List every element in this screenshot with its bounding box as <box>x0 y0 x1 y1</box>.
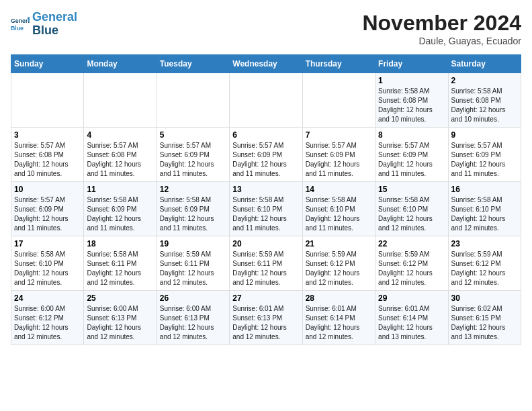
day-number: 29 <box>378 293 445 303</box>
day-info: Sunrise: 5:57 AM Sunset: 6:09 PM Dayligh… <box>14 195 81 233</box>
logo-text: GeneralBlue <box>32 11 77 38</box>
day-info: Sunrise: 6:01 AM Sunset: 6:14 PM Dayligh… <box>378 304 445 342</box>
day-info: Sunrise: 5:59 AM Sunset: 6:12 PM Dayligh… <box>451 250 518 287</box>
calendar-cell: 1Sunrise: 5:58 AM Sunset: 6:08 PM Daylig… <box>375 73 448 128</box>
day-info: Sunrise: 5:57 AM Sunset: 6:09 PM Dayligh… <box>306 141 372 179</box>
day-number: 10 <box>14 185 81 194</box>
day-info: Sunrise: 5:59 AM Sunset: 6:11 PM Dayligh… <box>160 250 226 287</box>
calendar-table: SundayMondayTuesdayWednesdayThursdayFrid… <box>11 54 521 345</box>
day-number: 3 <box>14 130 81 140</box>
month-title: November 2024 <box>362 11 521 36</box>
weekday-header-friday: Friday <box>375 55 448 73</box>
day-number: 15 <box>378 185 445 194</box>
day-number: 16 <box>451 185 518 194</box>
calendar-cell <box>157 73 229 128</box>
day-number: 26 <box>160 293 226 303</box>
svg-text:General: General <box>11 17 30 24</box>
weekday-header-row: SundayMondayTuesdayWednesdayThursdayFrid… <box>11 55 521 73</box>
calendar-cell: 14Sunrise: 5:58 AM Sunset: 6:10 PM Dayli… <box>302 182 375 236</box>
day-info: Sunrise: 5:58 AM Sunset: 6:09 PM Dayligh… <box>160 195 226 233</box>
calendar-cell: 15Sunrise: 5:58 AM Sunset: 6:10 PM Dayli… <box>375 182 448 236</box>
location-subtitle: Daule, Guayas, Ecuador <box>362 36 521 46</box>
calendar-cell: 5Sunrise: 5:57 AM Sunset: 6:09 PM Daylig… <box>157 128 229 182</box>
day-info: Sunrise: 5:59 AM Sunset: 6:11 PM Dayligh… <box>232 250 299 287</box>
calendar-cell: 23Sunrise: 5:59 AM Sunset: 6:12 PM Dayli… <box>448 236 521 291</box>
day-info: Sunrise: 5:58 AM Sunset: 6:10 PM Dayligh… <box>14 250 81 287</box>
weekday-header-wednesday: Wednesday <box>230 55 302 73</box>
calendar-week-row: 3Sunrise: 5:57 AM Sunset: 6:08 PM Daylig… <box>11 128 521 182</box>
calendar-body: 1Sunrise: 5:58 AM Sunset: 6:08 PM Daylig… <box>11 73 521 345</box>
day-number: 30 <box>451 293 518 303</box>
title-area: November 2024 Daule, Guayas, Ecuador <box>362 11 521 46</box>
day-number: 27 <box>232 293 299 303</box>
calendar-cell <box>84 73 157 128</box>
day-number: 4 <box>87 130 153 140</box>
day-info: Sunrise: 5:57 AM Sunset: 6:09 PM Dayligh… <box>232 141 299 179</box>
day-number: 17 <box>14 239 81 248</box>
weekday-header-thursday: Thursday <box>302 55 375 73</box>
calendar-cell: 8Sunrise: 5:57 AM Sunset: 6:09 PM Daylig… <box>375 128 448 182</box>
day-info: Sunrise: 6:01 AM Sunset: 6:13 PM Dayligh… <box>232 304 299 342</box>
day-number: 23 <box>451 239 518 248</box>
calendar-week-row: 10Sunrise: 5:57 AM Sunset: 6:09 PM Dayli… <box>11 182 521 236</box>
calendar-cell: 24Sunrise: 6:00 AM Sunset: 6:12 PM Dayli… <box>11 291 84 345</box>
day-info: Sunrise: 5:57 AM Sunset: 6:08 PM Dayligh… <box>14 141 81 179</box>
day-number: 13 <box>232 185 299 194</box>
calendar-cell: 27Sunrise: 6:01 AM Sunset: 6:13 PM Dayli… <box>230 291 302 345</box>
day-number: 24 <box>14 293 81 303</box>
calendar-cell: 21Sunrise: 5:59 AM Sunset: 6:12 PM Dayli… <box>302 236 375 291</box>
day-number: 1 <box>378 76 445 85</box>
calendar-cell: 11Sunrise: 5:58 AM Sunset: 6:09 PM Dayli… <box>84 182 157 236</box>
calendar-cell: 18Sunrise: 5:58 AM Sunset: 6:11 PM Dayli… <box>84 236 157 291</box>
day-number: 5 <box>160 130 226 140</box>
header: General Blue GeneralBlue November 2024 D… <box>11 11 521 46</box>
day-number: 11 <box>87 185 153 194</box>
calendar-cell: 29Sunrise: 6:01 AM Sunset: 6:14 PM Dayli… <box>375 291 448 345</box>
calendar-week-row: 24Sunrise: 6:00 AM Sunset: 6:12 PM Dayli… <box>11 291 521 345</box>
calendar-header: SundayMondayTuesdayWednesdayThursdayFrid… <box>11 55 521 73</box>
day-info: Sunrise: 5:58 AM Sunset: 6:10 PM Dayligh… <box>451 195 518 233</box>
logo: General Blue GeneralBlue <box>11 11 77 38</box>
day-info: Sunrise: 6:01 AM Sunset: 6:14 PM Dayligh… <box>306 304 372 342</box>
day-number: 18 <box>87 239 153 248</box>
day-number: 25 <box>87 293 153 303</box>
weekday-header-sunday: Sunday <box>11 55 84 73</box>
calendar-cell: 17Sunrise: 5:58 AM Sunset: 6:10 PM Dayli… <box>11 236 84 291</box>
day-info: Sunrise: 6:00 AM Sunset: 6:12 PM Dayligh… <box>14 304 81 342</box>
calendar-cell: 7Sunrise: 5:57 AM Sunset: 6:09 PM Daylig… <box>302 128 375 182</box>
day-number: 22 <box>378 239 445 248</box>
calendar-cell: 30Sunrise: 6:02 AM Sunset: 6:15 PM Dayli… <box>448 291 521 345</box>
day-number: 19 <box>160 239 226 248</box>
calendar-cell <box>230 73 302 128</box>
day-info: Sunrise: 5:58 AM Sunset: 6:08 PM Dayligh… <box>378 87 445 124</box>
day-number: 9 <box>451 130 518 140</box>
logo-icon: General Blue <box>11 15 30 34</box>
day-info: Sunrise: 5:58 AM Sunset: 6:10 PM Dayligh… <box>306 195 372 233</box>
calendar-cell <box>302 73 375 128</box>
day-info: Sunrise: 6:00 AM Sunset: 6:13 PM Dayligh… <box>160 304 226 342</box>
day-info: Sunrise: 5:58 AM Sunset: 6:11 PM Dayligh… <box>87 250 153 287</box>
day-info: Sunrise: 5:57 AM Sunset: 6:08 PM Dayligh… <box>87 141 153 179</box>
calendar-cell: 4Sunrise: 5:57 AM Sunset: 6:08 PM Daylig… <box>84 128 157 182</box>
calendar-cell: 26Sunrise: 6:00 AM Sunset: 6:13 PM Dayli… <box>157 291 229 345</box>
calendar-cell: 16Sunrise: 5:58 AM Sunset: 6:10 PM Dayli… <box>448 182 521 236</box>
day-number: 7 <box>306 130 372 140</box>
day-info: Sunrise: 6:02 AM Sunset: 6:15 PM Dayligh… <box>451 304 518 342</box>
calendar-cell: 9Sunrise: 5:57 AM Sunset: 6:09 PM Daylig… <box>448 128 521 182</box>
day-number: 8 <box>378 130 445 140</box>
day-info: Sunrise: 5:58 AM Sunset: 6:09 PM Dayligh… <box>87 195 153 233</box>
calendar-cell: 19Sunrise: 5:59 AM Sunset: 6:11 PM Dayli… <box>157 236 229 291</box>
calendar-cell: 6Sunrise: 5:57 AM Sunset: 6:09 PM Daylig… <box>230 128 302 182</box>
calendar-cell: 20Sunrise: 5:59 AM Sunset: 6:11 PM Dayli… <box>230 236 302 291</box>
day-number: 20 <box>232 239 299 248</box>
day-info: Sunrise: 5:57 AM Sunset: 6:09 PM Dayligh… <box>378 141 445 179</box>
svg-text:Blue: Blue <box>11 25 24 32</box>
day-number: 6 <box>232 130 299 140</box>
day-info: Sunrise: 5:58 AM Sunset: 6:08 PM Dayligh… <box>451 87 518 124</box>
calendar-cell: 22Sunrise: 5:59 AM Sunset: 6:12 PM Dayli… <box>375 236 448 291</box>
day-number: 2 <box>451 76 518 85</box>
calendar-cell: 3Sunrise: 5:57 AM Sunset: 6:08 PM Daylig… <box>11 128 84 182</box>
day-number: 21 <box>306 239 372 248</box>
day-info: Sunrise: 5:57 AM Sunset: 6:09 PM Dayligh… <box>160 141 226 179</box>
day-info: Sunrise: 5:59 AM Sunset: 6:12 PM Dayligh… <box>378 250 445 287</box>
